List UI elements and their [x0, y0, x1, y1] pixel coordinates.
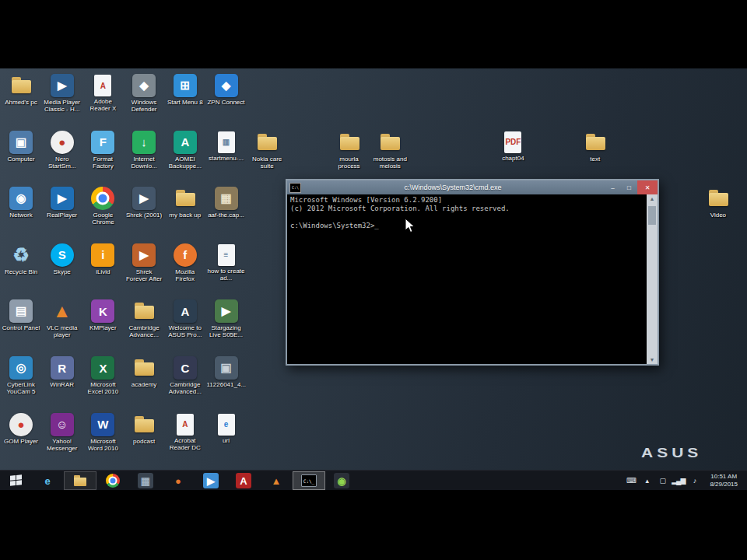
aomei-backuppe-icon: A: [174, 131, 197, 154]
desktop-icon-label: Skype: [43, 268, 82, 275]
control-panel-icon: ▤: [9, 299, 33, 323]
desktop-icon-cyberlink-youcam-5[interactable]: ◎CyberLink YouCam 5: [2, 356, 40, 409]
desktop-icon-acrobat-reader-dc[interactable]: AAcrobat Reader DC: [166, 413, 205, 466]
desktop-icon-shrek-2001[interactable]: ▶Shrek (2001): [124, 187, 163, 240]
aaf-the-cap-icon: ▦: [215, 187, 238, 210]
desktop-icon-gom-player[interactable]: ●GOM Player: [2, 413, 40, 466]
desktop-icon-mourla-process[interactable]: mourla process: [330, 131, 369, 184]
desktop-icon-label: Network: [2, 212, 40, 219]
desktop-icon-my-back-up[interactable]: my back up: [166, 187, 205, 240]
scroll-down-icon[interactable]: ▼: [650, 357, 655, 362]
desktop-icon-welcome-to-asus-pro[interactable]: AWelcome to ASUS Pro...: [166, 299, 205, 352]
media-player-classic-h-icon: ▶: [51, 74, 74, 97]
chrome-icon: [106, 474, 120, 488]
action-center-icon[interactable]: ▢: [656, 477, 668, 485]
taskbar-item-internet-explorer[interactable]: e: [31, 471, 64, 490]
taskbar-item-firefox[interactable]: ●: [162, 471, 195, 490]
desktop-icon-aomei-backuppe[interactable]: AAOMEI Backuppe...: [166, 131, 205, 184]
desktop-icon-label: Video: [699, 212, 738, 219]
desktop-icon-11226041-4[interactable]: ▣11226041_4...: [207, 356, 246, 409]
shrek-2001-icon: ▶: [132, 187, 156, 210]
desktop-icon-text[interactable]: text: [576, 131, 615, 184]
touch-keyboard-icon[interactable]: ⌨: [625, 477, 637, 485]
nokia-care-suite-icon: [255, 131, 279, 154]
desktop-icon-mozilla-firefox[interactable]: fMozilla Firefox: [166, 243, 205, 296]
desktop-icon-label: CyberLink YouCam 5: [2, 381, 40, 395]
show-hidden-icons-icon[interactable]: ▴: [640, 477, 653, 485]
desktop-icon-cambridge-advanced[interactable]: CCambridge Advanced...: [166, 356, 205, 409]
clock[interactable]: 10:51 AM 8/29/2015: [710, 473, 738, 488]
desktop-icon-label: Computer: [2, 156, 40, 163]
start-button[interactable]: [0, 471, 31, 491]
desktop-icon-academy[interactable]: academy: [124, 356, 163, 409]
desktop-icon-kmplayer[interactable]: KKMPlayer: [83, 299, 122, 352]
desktop-icon-control-panel[interactable]: ▤Control Panel: [2, 299, 40, 352]
taskbar-item-media-app[interactable]: ▦: [129, 471, 162, 490]
desktop-icon-skype[interactable]: SSkype: [43, 243, 82, 296]
desktop-icon-chapt04[interactable]: PDFchapt04: [493, 131, 532, 184]
desktop-icon-yahoo-messenger[interactable]: ☺Yahoo! Messenger: [43, 413, 82, 466]
minimize-button[interactable]: –: [605, 180, 621, 194]
desktop-icon-nero-startsm[interactable]: ●Nero StartSm...: [43, 131, 82, 184]
realplayer-icon: ▶: [51, 187, 74, 210]
microsoft-word-2010-icon: W: [91, 413, 114, 436]
desktop-icon-zpn-connect[interactable]: ◆ZPN Connect: [207, 74, 246, 127]
taskbar-item-cmd[interactable]: C:\_: [293, 471, 325, 490]
desktop-icon-windows-defender[interactable]: ◆Windows Defender: [124, 74, 163, 127]
desktop-icon-aaf-the-cap[interactable]: ▦aaf-the.cap...: [207, 187, 246, 240]
windows-logo-icon: [10, 474, 22, 485]
stargazing-live-s05e-icon: ▶: [215, 299, 238, 323]
youcam-icon: ◉: [334, 473, 349, 488]
desktop-icon-motosis-and-meiosis[interactable]: motosis and meiosis: [370, 131, 409, 184]
maximize-button[interactable]: □: [621, 180, 637, 194]
chapt04-icon: PDF: [504, 131, 521, 153]
desktop-icon-format-factory[interactable]: FFormat Factory: [83, 131, 122, 184]
desktop-icon-network[interactable]: ◉Network: [2, 187, 40, 240]
desktop-icon-adobe-reader-x[interactable]: AAdobe Reader X: [83, 74, 122, 127]
cmd-scroll-thumb[interactable]: [648, 206, 656, 225]
desktop-icon-shrek-forever-after-2010[interactable]: ▶Shrek Forever After (2010)...: [124, 243, 163, 296]
desktop-icon-stargazing-live-s05e[interactable]: ▶Stargazing Live S05E...: [207, 299, 246, 352]
taskbar-item-youcam[interactable]: ◉: [325, 471, 358, 490]
desktop-icon-url[interactable]: eurl: [207, 413, 246, 466]
desktop-icon-microsoft-word-2010[interactable]: WMicrosoft Word 2010: [83, 413, 122, 466]
desktop-icon-realplayer[interactable]: ▶RealPlayer: [43, 187, 82, 240]
close-button[interactable]: ✕: [637, 180, 658, 194]
desktop-icon-how-to-create-ad[interactable]: ≡how to create ad...: [207, 243, 246, 296]
desktop-icon-cambridge-advance[interactable]: Cambridge Advance...: [124, 299, 163, 352]
desktop-icon-winrar[interactable]: RWinRAR: [43, 356, 82, 409]
cmd-window[interactable]: C:\ c:\Windows\System32\cmd.exe – □ ✕ Mi…: [286, 179, 659, 366]
desktop-icon-podcast[interactable]: podcast: [124, 413, 163, 466]
11226041-4-icon: ▣: [215, 356, 238, 380]
taskbar-item-adobe-reader[interactable]: A: [227, 471, 260, 490]
desktop-icon-label: Internet Downlo...: [124, 156, 163, 170]
taskbar-item-file-explorer[interactable]: [64, 471, 96, 490]
desktop-icon-start-menu-8[interactable]: ⊞Start Menu 8: [166, 74, 205, 127]
nero-startsm-icon: ●: [51, 131, 74, 154]
desktop-icon-video[interactable]: Video: [699, 187, 738, 240]
desktop-icon-label: ZPN Connect: [207, 99, 246, 106]
desktop-icon-internet-downlo[interactable]: ↓Internet Downlo...: [124, 131, 163, 184]
volume-icon[interactable]: ♪: [688, 477, 700, 485]
windows-defender-icon: ◆: [132, 74, 156, 97]
desktop-icon-media-player-classic-h[interactable]: ▶Media Player Classic - H...: [43, 74, 82, 127]
desktop-icon-vlc-media-player[interactable]: ▲VLC media player: [43, 299, 82, 352]
taskbar-item-vlc[interactable]: ▲: [260, 471, 293, 490]
desktop-icon-google-chrome[interactable]: Google Chrome: [83, 187, 122, 240]
scroll-up-icon[interactable]: ▲: [650, 196, 655, 201]
taskbar-item-chrome[interactable]: [96, 471, 129, 490]
desktop-icon-nokia-care-suite[interactable]: Nokia care suite: [247, 131, 286, 184]
desktop-icon-ahmed-s-pc[interactable]: Ahmed's pc: [2, 74, 40, 127]
cmd-output[interactable]: Microsoft Windows [Version 6.2.9200](c) …: [287, 194, 647, 364]
desktop-icon-recycle-bin[interactable]: ♻Recycle Bin: [2, 243, 40, 296]
cmd-titlebar[interactable]: C:\ c:\Windows\System32\cmd.exe – □ ✕: [287, 180, 658, 194]
desktop-icon-ilivid[interactable]: iiLivid: [83, 243, 122, 296]
cmd-system-icon[interactable]: C:\: [289, 183, 301, 193]
desktop-icon-startmenu[interactable]: ▥startmenu-...: [207, 131, 246, 184]
desktop-icon-label: aaf-the.cap...: [207, 212, 246, 219]
network-icon[interactable]: ▂▄▆: [672, 477, 685, 485]
academy-icon: [132, 356, 156, 380]
desktop-icon-computer[interactable]: ▣Computer: [2, 131, 40, 184]
taskbar-item-photos[interactable]: ▶: [195, 471, 227, 490]
desktop-icon-microsoft-excel-2010[interactable]: XMicrosoft Excel 2010: [83, 356, 122, 409]
